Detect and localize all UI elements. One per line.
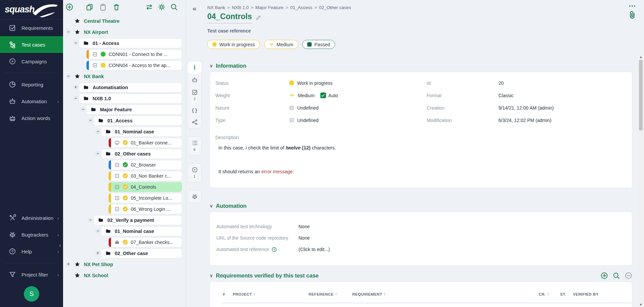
expand-toggle[interactable]: − xyxy=(66,29,71,35)
delete-icon[interactable] xyxy=(112,3,120,11)
column-header-verified-by[interactable]: VERIFIED BY xyxy=(573,292,632,296)
sidebar-item-campaigns[interactable]: Campaigns xyxy=(0,53,63,70)
copy-icon[interactable] xyxy=(86,3,94,11)
tree-folder[interactable]: 01 - Access xyxy=(79,38,182,48)
field-value-weight[interactable]: MediumAuto xyxy=(289,93,427,98)
tree-folder[interactable]: 02_Other case xyxy=(101,248,182,258)
field-value-type[interactable]: Undefined xyxy=(289,118,427,123)
settings-icon[interactable] xyxy=(158,3,166,11)
tree-folder[interactable]: 01_Access xyxy=(94,116,182,126)
edit-title-icon[interactable] xyxy=(255,14,262,21)
column-header-project[interactable]: PROJECT↑ xyxy=(233,292,309,297)
paste-icon[interactable] xyxy=(99,3,107,11)
search-icon[interactable] xyxy=(612,272,620,280)
expand-toggle[interactable]: − xyxy=(95,229,100,234)
collapse-section-icon[interactable]: ∨ xyxy=(210,273,213,278)
chip-medium[interactable]: Medium xyxy=(264,40,299,49)
expand-toggle[interactable]: + xyxy=(73,85,78,90)
status-icon-check-green xyxy=(123,162,128,167)
column-header-cr[interactable]: CR.↑ xyxy=(539,292,560,297)
scrollbar-thumb[interactable] xyxy=(639,60,643,130)
tree-folder[interactable]: Automatisation xyxy=(79,82,182,93)
breadcrumb-item[interactable]: NX Bank xyxy=(207,5,225,10)
project-label[interactable]: NX Pet Shop xyxy=(84,262,113,267)
tree-folder[interactable]: 01_Nominal case xyxy=(101,127,182,137)
folder-label: 01_Nominal case xyxy=(115,129,154,134)
tree-test-case[interactable]: 05_Incomplete Lo... xyxy=(108,193,182,203)
sidebar-item-requirements[interactable]: Requirements xyxy=(0,19,63,36)
sidebar-item-bugtrackers[interactable]: Bugtrackers› xyxy=(0,226,63,243)
tree-folder[interactable]: 02_Other cases xyxy=(101,149,182,159)
description-line: In this case, i check the limit of twelv… xyxy=(218,145,624,150)
tree-test-case[interactable]: 07_Banker checks... xyxy=(108,237,182,247)
collapse-section-icon[interactable]: ∨ xyxy=(210,63,213,68)
sidebar-item-project-filter[interactable]: Project filter› xyxy=(0,266,63,283)
tree-test-case[interactable]: 01_Banker conne... xyxy=(108,138,182,148)
question-circle-icon[interactable]: ? xyxy=(271,247,277,252)
add-circle-icon[interactable] xyxy=(600,272,608,280)
tree-folder[interactable]: 02_Verify a payment xyxy=(94,215,182,225)
sidebar-item-administration[interactable]: Administration› xyxy=(0,209,63,226)
expand-toggle[interactable]: − xyxy=(88,218,93,223)
user-avatar[interactable]: S xyxy=(24,286,39,302)
search-icon[interactable] xyxy=(170,3,178,11)
transfer-icon[interactable] xyxy=(145,3,153,11)
scroll-up-icon[interactable]: ▲ xyxy=(638,55,643,59)
sidebar-item-automation[interactable]: Automation› xyxy=(0,93,63,110)
paperclip-icon[interactable] xyxy=(629,11,636,19)
expand-toggle[interactable]: − xyxy=(66,74,71,79)
tree-test-case[interactable]: 03_Non Banker c... xyxy=(108,171,182,181)
breadcrumb-item[interactable]: Major Feature xyxy=(255,5,283,10)
sidebar-item-test-cases[interactable]: Test cases xyxy=(0,36,63,53)
expand-toggle[interactable]: − xyxy=(95,129,100,134)
collapse-tree-icon[interactable]: « xyxy=(193,4,197,12)
expand-toggle[interactable]: + xyxy=(95,251,100,256)
page-title[interactable]: 04_Controls xyxy=(207,12,252,23)
breadcrumb-item[interactable]: 01_Access xyxy=(290,5,312,10)
sidebar-item-reporting[interactable]: Reporting xyxy=(0,76,63,93)
field-value-nature[interactable]: Undefined xyxy=(289,105,427,111)
sidebar-item-help[interactable]: ?Help› xyxy=(0,243,63,260)
column-header-st[interactable]: ST. xyxy=(560,292,573,296)
sidebar-item-action-words[interactable]: Action words xyxy=(0,110,63,126)
field-value-status[interactable]: Work in progress xyxy=(289,80,427,86)
tree-test-case[interactable]: CONN01 - Connect to the ... xyxy=(86,49,182,59)
collapse-section-icon[interactable]: ∨ xyxy=(210,203,213,208)
column-header-reference[interactable]: REFERENCE↑ xyxy=(309,292,352,297)
tree-test-case[interactable]: 02_Browser xyxy=(108,160,182,170)
expand-toggle[interactable]: − xyxy=(73,96,78,101)
project-label[interactable]: NX School xyxy=(84,273,108,278)
tree-test-case[interactable]: 04_Controls xyxy=(108,182,182,192)
breadcrumb-item[interactable]: 02_Other cases xyxy=(319,5,351,10)
add-circle-icon[interactable] xyxy=(65,3,73,11)
breadcrumb-item[interactable]: NXB 1.0 xyxy=(232,5,249,10)
field-value-url-of-the-source-code-repository[interactable]: None xyxy=(299,235,624,241)
field-value-automated-test-technology[interactable]: None xyxy=(299,224,624,229)
tree-folder[interactable]: Major Feature xyxy=(86,105,182,115)
column-header-requirement[interactable]: REQUIREMENT↑ xyxy=(352,292,539,297)
field-value-automated-test-reference[interactable]: (Click to edit...) xyxy=(299,247,624,252)
expand-toggle[interactable]: − xyxy=(88,118,93,123)
chip-work-in-progress[interactable]: Work in progress xyxy=(207,40,260,49)
expand-toggle[interactable]: − xyxy=(80,107,86,112)
tree-folder[interactable]: 01_Nominal case xyxy=(101,226,182,236)
chip-passed[interactable]: Passed xyxy=(302,40,335,49)
project-label[interactable]: Central Theatre xyxy=(84,18,119,24)
tree-test-case[interactable]: 06_Wrong Login ... xyxy=(108,204,182,214)
expand-toggle[interactable]: + xyxy=(66,262,71,267)
tree-folder[interactable]: NXB 1.0 xyxy=(79,94,182,104)
project-label[interactable]: NX Bank xyxy=(84,74,104,79)
app-logo[interactable]: squash xyxy=(0,0,63,19)
vertical-scrollbar[interactable]: ▲ ▼ xyxy=(638,55,643,307)
sidebar-item-label: Bugtrackers xyxy=(21,232,48,238)
description-text[interactable]: In this case, i check the limit of twelv… xyxy=(215,145,624,174)
minus-circle-icon[interactable] xyxy=(625,272,632,280)
scroll-down-icon[interactable]: ▼ xyxy=(638,302,643,307)
expand-toggle[interactable]: − xyxy=(95,151,100,156)
auto-checkbox[interactable]: Auto xyxy=(320,93,338,98)
column-header-[interactable]: # xyxy=(223,292,233,296)
expand-toggle[interactable]: − xyxy=(73,41,78,46)
more-menu-icon[interactable] xyxy=(629,5,636,7)
project-label[interactable]: NX Airport xyxy=(84,29,108,35)
tree-test-case[interactable]: CONN04 - Access to the ap... xyxy=(86,60,182,70)
